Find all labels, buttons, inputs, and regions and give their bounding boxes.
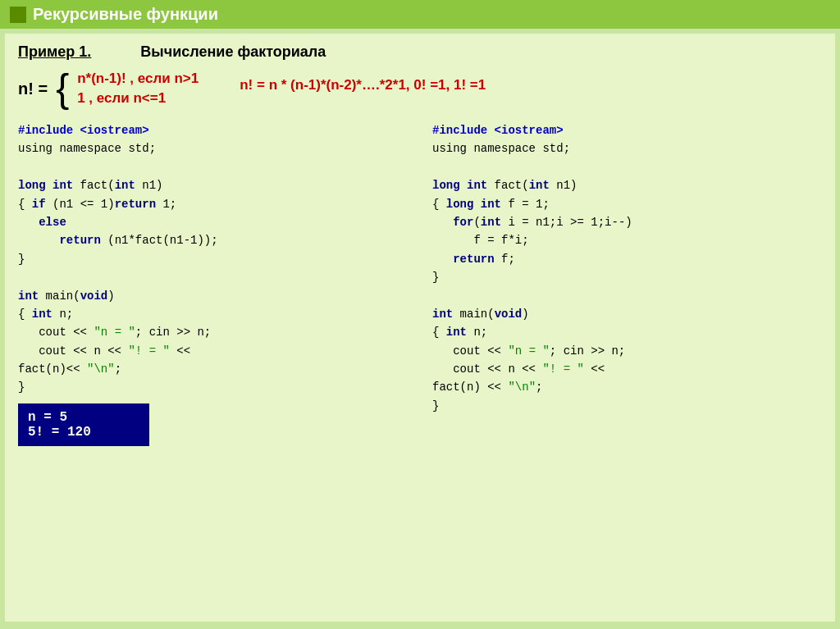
right-line-11: int main(void) [432,305,822,323]
formula-right-text: n! = n * (n-1)*(n-2)*….*2*1, 0! =1, 1! =… [240,77,486,93]
left-line-14: fact(n)<< "\n"; [18,360,408,378]
right-line-1: #include <iostream> [432,121,822,139]
left-line-9 [18,268,408,286]
left-line-4: long int fact(int n1) [18,176,408,194]
right-line-16: } [432,397,822,415]
right-line-9: } [432,268,822,286]
left-line-10: int main(void) [18,287,408,305]
right-line-10 [432,287,822,305]
code-block-left: #include <iostream> using namespace std;… [18,121,408,397]
formula-case2: 1 , если n<=1 [77,90,199,107]
formula-case1: n*(n-1)! , если n>1 [77,71,199,87]
code-column-right: #include <iostream> using namespace std;… [432,121,822,446]
right-line-14: cout << n << "! = " << [432,360,822,378]
left-line-3 [18,158,408,176]
code-columns: #include <iostream> using namespace std;… [18,121,822,446]
left-line-1: #include <iostream> [18,121,408,139]
formula-right: n! = n * (n-1)*(n-2)*….*2*1, 0! =1, 1! =… [240,69,486,93]
left-line-5: { if (n1 <= 1)return 1; [18,195,408,213]
formula-n-label: n! = [18,80,48,98]
terminal-line1: n = 5 [28,410,139,425]
left-line-7: return (n1*fact(n1-1)); [18,231,408,249]
left-line-8: } [18,250,408,268]
left-line-11: { int n; [18,305,408,323]
right-line-2: using namespace std; [432,139,822,157]
header-icon [10,7,26,23]
left-line-13: cout << n << "! = " << [18,342,408,360]
brace-container: { [56,69,69,108]
example-subtitle: Вычисление факториала [140,43,326,61]
right-line-8: return f; [432,250,822,268]
formula-cases: n*(n-1)! , если n>1 1 , если n<=1 [77,71,199,107]
left-line-15: } [18,378,408,396]
right-line-3 [432,158,822,176]
example-title: Пример 1. [18,43,91,61]
main-content: Пример 1. Вычисление факториала n! = { n… [5,34,835,622]
terminal-output: n = 5 5! = 120 [18,403,149,446]
header-bar: Рекурсивные функции [0,0,840,29]
left-line-6: else [18,213,408,231]
code-block-right: #include <iostream> using namespace std;… [432,121,822,415]
terminal-line2: 5! = 120 [28,425,139,440]
code-column-left: #include <iostream> using namespace std;… [18,121,408,446]
left-line-12: cout << "n = "; cin >> n; [18,323,408,341]
formula-left: n! = { n*(n-1)! , если n>1 1 , если n<=1 [18,69,199,108]
right-line-15: fact(n) << "\n"; [432,378,822,396]
example-header: Пример 1. Вычисление факториала [18,43,822,61]
right-line-12: { int n; [432,323,822,341]
header-title: Рекурсивные функции [33,5,218,24]
left-line-2: using namespace std; [18,139,408,157]
right-line-6: for(int i = n1;i >= 1;i--) [432,213,822,231]
left-brace: { [56,69,69,108]
right-line-13: cout << "n = "; cin >> n; [432,342,822,360]
right-line-4: long int fact(int n1) [432,176,822,194]
formula-section: n! = { n*(n-1)! , если n>1 1 , если n<=1… [18,69,822,108]
right-line-5: { long int f = 1; [432,195,822,213]
right-line-7: f = f*i; [432,231,822,249]
